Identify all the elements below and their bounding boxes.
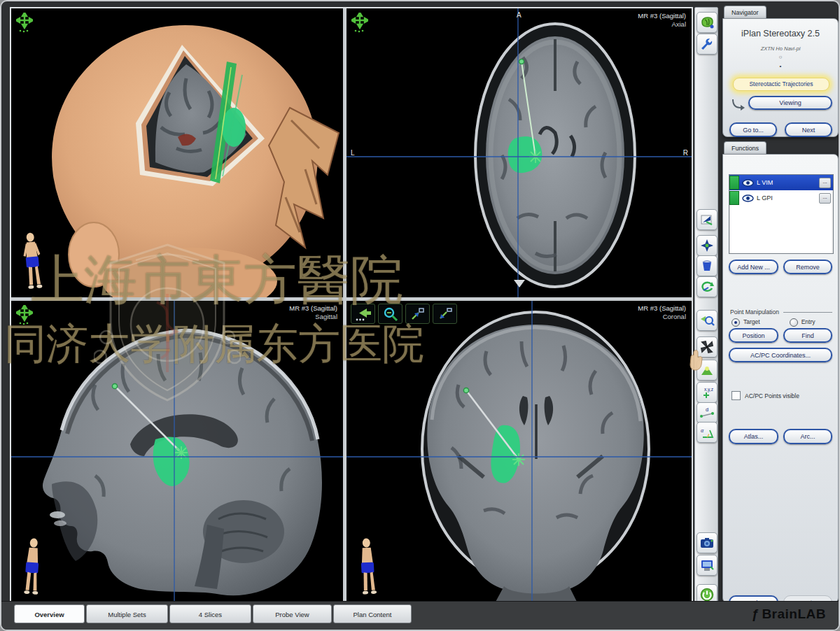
plan-subtitle: ZXTN Ho Navi-pi — [723, 45, 838, 52]
tab-plan-content[interactable]: Plan Content — [333, 604, 412, 623]
zoom-icon[interactable] — [378, 304, 402, 324]
angle-icon[interactable]: α — [696, 422, 718, 443]
viewport-coronal[interactable]: MR #3 (Sagittal) Coronal — [346, 301, 692, 603]
viewport-label-axial: MR #3 (Sagittal) Axial — [638, 12, 686, 29]
3d-head-render — [11, 8, 343, 297]
orientation-compass-icon — [351, 13, 368, 34]
window-frame: MR #3 (Sagittal) Axial A L R — [0, 0, 840, 631]
pan-icon[interactable] — [696, 209, 718, 230]
navigator-body: iPlan Stereotaxy 2.5 ZXTN Ho Navi-pi ○ •… — [722, 18, 839, 137]
axial-mri-slice — [346, 8, 692, 297]
viewport-cluster: MR #3 (Sagittal) Axial A L R — [10, 7, 693, 604]
tab-overview[interactable]: Overview — [14, 604, 85, 623]
plane-name: Coronal — [638, 313, 686, 321]
set-name: MR #3 (Sagittal) — [289, 304, 337, 312]
patient-orientation-figure — [354, 537, 382, 597]
camera-icon[interactable] — [696, 532, 718, 553]
set-name: MR #3 (Sagittal) — [638, 12, 686, 20]
orientation-compass-icon — [16, 13, 33, 34]
patient-orientation-figure — [18, 232, 46, 292]
item-options-button[interactable]: ... — [819, 193, 831, 204]
acpc-visible-row: AC/PC Points visible — [732, 391, 799, 400]
functions-tab[interactable]: Functions — [724, 141, 766, 155]
orientation-compass-icon — [16, 305, 33, 326]
fit-view-icon[interactable] — [405, 304, 430, 324]
entry-radio-label: Entry — [802, 318, 816, 327]
tab-4-slices[interactable]: 4 Slices — [169, 604, 251, 623]
current-step-highlight: Stereotactic Trajectories — [733, 78, 830, 91]
set-name: MR #3 (Sagittal) — [638, 304, 686, 312]
orientation-label-anterior: A — [517, 11, 522, 19]
trajectory-name: L GPI — [757, 194, 819, 201]
add-new-button[interactable]: Add New ... — [729, 260, 778, 274]
fill-bucket-icon[interactable] — [696, 255, 718, 276]
viewing-button[interactable]: Viewing — [748, 96, 832, 110]
plane-name: Axial — [638, 20, 686, 29]
goto-button[interactable]: Go to... — [729, 122, 777, 137]
point-radio-row: Target Entry — [732, 318, 832, 327]
save-disk-icon[interactable] — [696, 555, 718, 576]
viewport-3d[interactable] — [11, 8, 343, 297]
arc-button[interactable]: Arc... — [783, 429, 832, 444]
status-square-icon — [729, 191, 739, 205]
item-options-button[interactable]: ... — [819, 178, 831, 188]
hand-cursor — [688, 349, 706, 371]
zoom-magnifier-icon[interactable] — [696, 310, 718, 331]
eye-icon — [742, 179, 754, 187]
entry-radio[interactable] — [790, 318, 798, 327]
viewport-label-sagittal: MR #3 (Sagittal) Sagittal — [289, 304, 337, 321]
distance-icon[interactable]: d — [696, 402, 718, 423]
brainlab-logo: ƒBrainLAB — [751, 607, 826, 622]
right-panel-area: Navigator iPlan Stereotaxy 2.5 ZXTN Ho N… — [720, 1, 840, 604]
coords-xyz-icon[interactable]: x,y,z — [696, 382, 718, 403]
bottom-tab-bar: Overview Multiple Sets 4 Slices Probe Vi… — [1, 601, 839, 630]
point-manipulation-group: Point Manipulation — [730, 309, 832, 316]
group-divider — [783, 312, 832, 313]
target-radio[interactable] — [732, 318, 740, 327]
sagittal-mri-slice — [11, 301, 343, 603]
svg-text:α: α — [701, 427, 704, 434]
viewport-sagittal[interactable]: MR #3 (Sagittal) Sagittal — [11, 301, 343, 603]
brainlab-logo-glyph: ƒ — [751, 607, 759, 621]
status-square-icon — [729, 176, 739, 190]
viewport-axial[interactable]: MR #3 (Sagittal) Axial A L R — [346, 8, 692, 297]
svg-text:d: d — [706, 406, 708, 413]
atlas-button[interactable]: Atlas... — [729, 429, 778, 444]
target-radio-label: Target — [743, 318, 760, 327]
slice-scroll-arrow[interactable] — [514, 280, 525, 288]
navigator-panel: Navigator iPlan Stereotaxy 2.5 ZXTN Ho N… — [722, 6, 839, 137]
find-button[interactable]: Find — [783, 328, 832, 343]
next-button[interactable]: Next — [785, 122, 832, 137]
trajectory-list: L VIM ... L GPI ... — [729, 174, 834, 254]
brainlab-logo-text: BrainLAB — [762, 607, 826, 621]
plane-name: Sagittal — [289, 313, 337, 321]
acpc-coordinates-button[interactable]: AC/PC Coordinates... — [729, 348, 832, 362]
group-label: Point Manipulation — [730, 309, 779, 316]
side-toolbar: x,y,z d α — [694, 7, 718, 604]
trajectory-name: L VIM — [757, 179, 819, 186]
acpc-visible-label: AC/PC Points visible — [745, 392, 799, 399]
coronal-mri-slice — [346, 301, 692, 603]
tab-probe-view[interactable]: Probe View — [253, 604, 332, 623]
view-mini-toolbar — [351, 304, 457, 324]
viewport-label-coronal: MR #3 (Sagittal) Coronal — [638, 304, 686, 321]
subtitle-mark-circle: ○ — [723, 54, 838, 60]
app-title: iPlan Stereotaxy 2.5 — [723, 29, 838, 38]
back-arrow-icon[interactable] — [351, 304, 375, 324]
list-item-l-gpi[interactable]: L GPI ... — [729, 190, 833, 206]
tab-multiple-sets[interactable]: Multiple Sets — [86, 604, 168, 623]
wrench-icon[interactable] — [696, 34, 718, 55]
view-options-icon[interactable] — [696, 12, 718, 33]
remove-button[interactable]: Remove — [783, 260, 832, 274]
iplan-application-window: MR #3 (Sagittal) Axial A L R — [0, 0, 840, 631]
step-arrow-icon — [730, 97, 746, 111]
center-compass-icon[interactable] — [696, 235, 718, 256]
acpc-visible-checkbox[interactable] — [732, 391, 741, 400]
position-button[interactable]: Position — [729, 328, 778, 343]
fit-view-alt-icon[interactable] — [433, 304, 457, 324]
rotate-view-icon[interactable] — [696, 276, 718, 297]
list-item-l-vim[interactable]: L VIM ... — [729, 175, 833, 190]
patient-orientation-figure — [18, 537, 46, 597]
orientation-label-right: R — [683, 149, 688, 157]
navigator-tab[interactable]: Navigator — [724, 6, 766, 20]
